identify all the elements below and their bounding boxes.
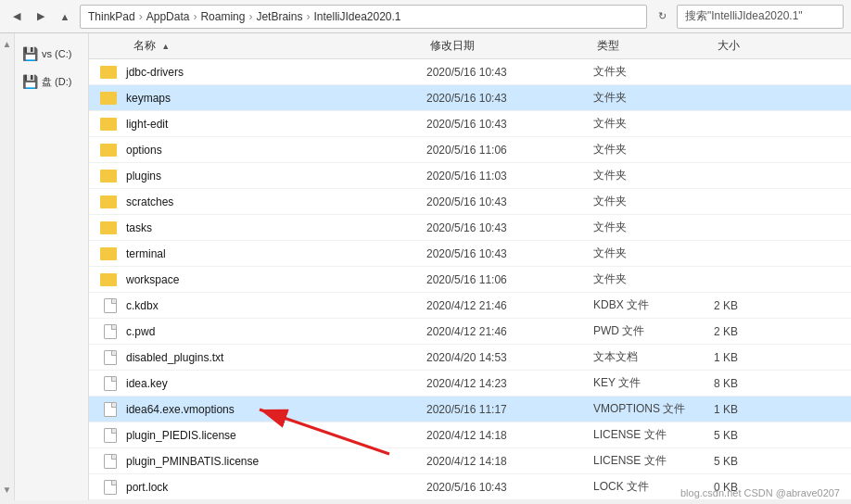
- search-box[interactable]: 搜索"IntelliJIdea2020.1": [677, 5, 844, 29]
- refresh-button[interactable]: ↻: [653, 7, 671, 26]
- folder-icon: [89, 170, 122, 183]
- folder-icon: [89, 66, 122, 79]
- file-type: PWD 文件: [586, 323, 706, 339]
- table-row[interactable]: jdbc-drivers2020/5/16 10:43文件夹: [89, 59, 851, 85]
- table-row[interactable]: tasks2020/5/16 10:43文件夹: [89, 215, 851, 241]
- file-icon: [89, 428, 122, 443]
- main-area: ▲ ▼ 💾 vs (C:) 💾 盘 (D:) 名称 ▲: [0, 33, 851, 500]
- file-name: disabled_plugins.txt: [122, 351, 419, 364]
- watermark: blog.csdn.net CSDN @abrave0207: [680, 487, 840, 498]
- file-name: options: [122, 144, 419, 157]
- file-type: 文件夹: [586, 246, 706, 261]
- table-row[interactable]: plugins2020/5/16 11:03文件夹: [89, 163, 851, 189]
- file-type: 文件夹: [586, 271, 706, 287]
- file-date: 2020/5/16 11:06: [419, 144, 586, 157]
- file-size: 2 KB: [706, 299, 781, 312]
- file-type: 文件夹: [586, 220, 706, 235]
- folder-icon: [89, 247, 122, 260]
- file-list[interactable]: jdbc-drivers2020/5/16 10:43文件夹keymaps202…: [89, 59, 851, 500]
- file-size: 1 KB: [706, 351, 781, 364]
- file-date: 2020/5/16 10:43: [419, 195, 586, 208]
- file-name: tasks: [122, 221, 419, 234]
- table-row[interactable]: workspace2020/5/16 11:06文件夹: [89, 267, 851, 293]
- file-date: 2020/4/12 21:46: [419, 325, 586, 338]
- sort-indicator: ▲: [161, 42, 170, 51]
- file-icon: [89, 454, 122, 469]
- back-button[interactable]: ◀: [7, 7, 26, 26]
- breadcrumb-part: ThinkPad: [88, 10, 135, 23]
- forward-button[interactable]: ▶: [32, 7, 50, 26]
- address-bar: ◀ ▶ ▲ ThinkPad › AppData › Roaming › Jet…: [0, 0, 851, 33]
- file-type: 文件夹: [586, 64, 706, 80]
- file-date: 2020/4/20 14:53: [419, 351, 586, 364]
- scroll-down-icon[interactable]: ▼: [3, 485, 12, 495]
- file-name: terminal: [122, 247, 419, 260]
- search-placeholder: 搜索"IntelliJIdea2020.1": [685, 8, 803, 24]
- file-date: 2020/4/12 14:18: [419, 429, 586, 442]
- file-size: 1 KB: [706, 403, 781, 416]
- file-icon: [89, 480, 122, 495]
- col-date-header[interactable]: 修改日期: [423, 38, 590, 54]
- file-name: scratches: [122, 195, 419, 208]
- file-type: KDBX 文件: [586, 297, 706, 313]
- table-row[interactable]: terminal2020/5/16 10:43文件夹: [89, 241, 851, 267]
- file-name: c.pwd: [122, 325, 419, 338]
- table-row[interactable]: keymaps2020/5/16 10:43文件夹: [89, 85, 851, 111]
- file-date: 2020/4/12 14:18: [419, 455, 586, 468]
- table-row[interactable]: disabled_plugins.txt2020/4/20 14:53文本文档1…: [89, 345, 851, 371]
- file-date: 2020/5/16 10:43: [419, 66, 586, 79]
- breadcrumb-part: JetBrains: [256, 10, 302, 23]
- file-date: 2020/4/12 21:46: [419, 299, 586, 312]
- file-date: 2020/5/16 10:43: [419, 481, 586, 494]
- file-date: 2020/5/16 10:43: [419, 247, 586, 260]
- file-pane: 名称 ▲ 修改日期 类型 大小 jdbc-drivers2020/5/16 10…: [89, 33, 851, 500]
- table-row[interactable]: c.kdbx2020/4/12 21:46KDBX 文件2 KB: [89, 293, 851, 319]
- file-icon: [89, 298, 122, 313]
- table-row[interactable]: scratches2020/5/16 10:43文件夹: [89, 189, 851, 215]
- scroll-up-icon[interactable]: ▲: [3, 39, 12, 49]
- file-type: 文件夹: [586, 142, 706, 158]
- file-name: workspace: [122, 273, 419, 286]
- file-type: KEY 文件: [586, 375, 706, 391]
- file-name: plugin_PMINBATIS.license: [122, 455, 419, 468]
- sidebar-item-d[interactable]: 💾 盘 (D:): [15, 69, 88, 94]
- file-icon: [89, 324, 122, 339]
- file-date: 2020/4/12 14:23: [419, 377, 586, 390]
- file-date: 2020/5/16 10:43: [419, 118, 586, 131]
- file-name: plugins: [122, 170, 419, 183]
- table-row[interactable]: options2020/5/16 11:06文件夹: [89, 137, 851, 163]
- file-size: 2 KB: [706, 325, 781, 338]
- table-row[interactable]: c.pwd2020/4/12 21:46PWD 文件2 KB: [89, 319, 851, 345]
- sidebar-item-c[interactable]: 💾 vs (C:): [15, 41, 88, 67]
- col-name-header[interactable]: 名称 ▲: [89, 38, 423, 54]
- file-date: 2020/5/16 11:03: [419, 170, 586, 183]
- breadcrumb-part: IntelliJIdea2020.1: [313, 10, 400, 23]
- table-row[interactable]: plugin_PMINBATIS.license2020/4/12 14:18L…: [89, 448, 851, 474]
- breadcrumb-part: Roaming: [200, 10, 245, 23]
- file-name: light-edit: [122, 118, 419, 131]
- breadcrumb[interactable]: ThinkPad › AppData › Roaming › JetBrains…: [80, 5, 647, 29]
- folder-icon: [89, 92, 122, 105]
- drive-icon: 💾: [22, 74, 38, 89]
- file-type: 文件夹: [586, 116, 706, 132]
- file-date: 2020/5/16 11:06: [419, 273, 586, 286]
- table-row[interactable]: idea.key2020/4/12 14:23KEY 文件8 KB: [89, 371, 851, 397]
- table-row[interactable]: plugin_PIEDIS.license2020/4/12 14:18LICE…: [89, 422, 851, 448]
- file-name: port.lock: [122, 481, 419, 494]
- folder-icon: [89, 118, 122, 131]
- file-size: 5 KB: [706, 455, 781, 468]
- file-name: c.kdbx: [122, 299, 419, 312]
- col-type-header[interactable]: 类型: [590, 38, 710, 54]
- up-button[interactable]: ▲: [56, 7, 74, 26]
- table-row[interactable]: idea64.exe.vmoptions2020/5/16 11:17VMOPT…: [89, 397, 851, 422]
- file-name: idea.key: [122, 377, 419, 390]
- table-row[interactable]: light-edit2020/5/16 10:43文件夹: [89, 111, 851, 137]
- file-icon: [89, 402, 122, 417]
- file-type: VMOPTIONS 文件: [586, 401, 706, 417]
- file-icon: [89, 376, 122, 391]
- sidebar: 💾 vs (C:) 💾 盘 (D:): [15, 33, 89, 500]
- left-nav: ▲ ▼: [0, 33, 15, 500]
- col-size-header[interactable]: 大小: [710, 38, 784, 54]
- file-type: LICENSE 文件: [586, 453, 706, 469]
- folder-icon: [89, 195, 122, 208]
